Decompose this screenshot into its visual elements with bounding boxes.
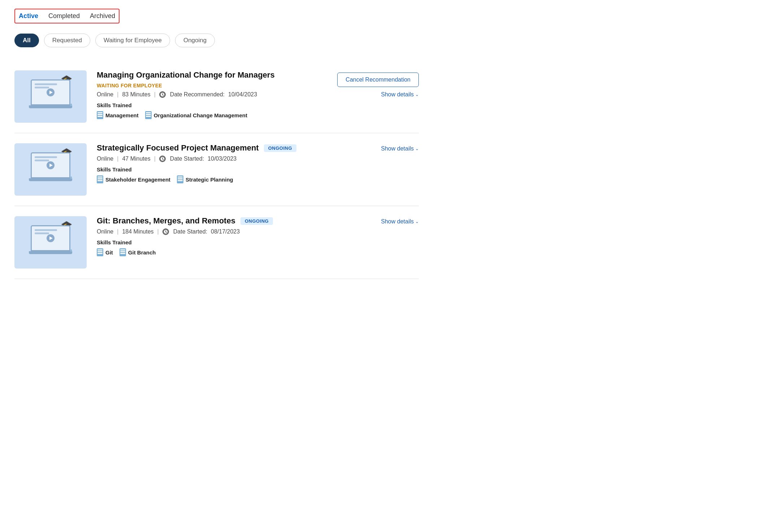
- svg-line-5: [162, 159, 164, 160]
- skill-icon-line: [146, 116, 151, 117]
- skill-name: Stakeholder Engagement: [105, 176, 170, 183]
- skill-icon-line: [97, 180, 103, 181]
- tab-completed[interactable]: Completed: [48, 11, 81, 21]
- course-title: Strategically Focused Project Management: [97, 143, 259, 153]
- skill-icon-line: [97, 114, 103, 115]
- skill-icon: [120, 248, 126, 256]
- course-details: Managing Organizational Change for Manag…: [97, 70, 327, 119]
- laptop-base: [29, 251, 72, 254]
- chevron-down-icon: ⌄: [415, 92, 419, 97]
- skill-icon: [145, 111, 152, 119]
- show-details-button[interactable]: Show details ⌄: [381, 145, 419, 152]
- course-date: 08/17/2023: [211, 228, 240, 235]
- laptop-screen: [31, 79, 70, 105]
- skill-item: Organizational Change Management: [145, 111, 247, 119]
- show-details-label: Show details: [381, 218, 414, 225]
- course-item: 🎓 ✦ ✦ Git: Branches, Merges, and Remotes: [14, 206, 419, 279]
- skill-icon-line: [146, 112, 151, 113]
- skill-icon-line: [97, 253, 103, 254]
- tabs-container: Active Completed Archived: [14, 9, 120, 23]
- skills-row: Stakeholder Engagement Strategic Plannin…: [97, 175, 329, 183]
- clock-icon: [159, 156, 166, 162]
- filter-waiting[interactable]: Waiting for Employee: [95, 34, 170, 47]
- laptop-base: [29, 178, 72, 181]
- skill-name: Git Branch: [128, 249, 156, 256]
- course-date: 10/04/2023: [228, 91, 257, 98]
- skill-item: Stakeholder Engagement: [97, 175, 170, 183]
- skill-icon-line: [178, 176, 183, 178]
- chevron-down-icon: ⌄: [415, 146, 419, 151]
- show-details-label: Show details: [381, 145, 414, 152]
- course-meta: Online | 47 Minutes | Date Started: 10/0…: [97, 156, 329, 162]
- skill-icon-line: [97, 176, 103, 178]
- course-actions: Cancel Recommendation Show details ⌄: [337, 70, 419, 98]
- filter-all[interactable]: All: [14, 34, 39, 47]
- skills-label: Skills Trained: [97, 239, 329, 245]
- status-badge-ongoing: ONGOING: [240, 217, 273, 225]
- course-thumbnail: 🎓 ✦ ✦: [14, 70, 87, 123]
- skill-icon-line: [178, 178, 183, 179]
- course-title-row: Strategically Focused Project Management…: [97, 143, 329, 153]
- show-details-button[interactable]: Show details ⌄: [381, 91, 419, 98]
- skill-icon-line: [97, 178, 103, 179]
- meta-sep-2: |: [157, 228, 159, 235]
- meta-sep-2: |: [154, 91, 156, 98]
- play-button-icon: [47, 234, 55, 242]
- course-format: Online: [97, 91, 113, 98]
- screen-line: [35, 83, 57, 85]
- course-duration: 83 Minutes: [122, 91, 150, 98]
- svg-line-2: [162, 95, 164, 96]
- skill-icon: [97, 111, 103, 119]
- skill-item: Git: [97, 248, 113, 256]
- skill-icon: [97, 175, 103, 183]
- skill-icon-line: [146, 114, 151, 115]
- course-title-row: Managing Organizational Change for Manag…: [97, 70, 327, 80]
- clock-icon: [159, 91, 166, 98]
- skill-item: Git Branch: [120, 248, 156, 256]
- course-details: Git: Branches, Merges, and Remotes ONGOI…: [97, 216, 329, 256]
- skill-name: Strategic Planning: [186, 176, 233, 183]
- screen-line: [35, 229, 57, 231]
- screen-line: [35, 156, 57, 158]
- course-meta: Online | 184 Minutes | Date Started: 08/…: [97, 228, 329, 235]
- skill-name: Organizational Change Management: [154, 112, 247, 118]
- screen-line: [35, 87, 49, 88]
- status-badge-waiting: WAITING FOR EMPLOYEE: [97, 83, 327, 88]
- skill-icon-line: [120, 253, 125, 254]
- course-date-label: Date Started:: [170, 156, 204, 162]
- course-date-label: Date Started:: [173, 228, 207, 235]
- tab-active[interactable]: Active: [18, 11, 39, 21]
- course-list: 🎓 ✦ ✦ Managing Organizational Change for: [14, 60, 419, 279]
- filter-requested[interactable]: Requested: [44, 34, 90, 47]
- play-triangle: [49, 236, 53, 240]
- course-title: Managing Organizational Change for Manag…: [97, 70, 275, 80]
- play-triangle: [49, 163, 53, 167]
- course-duration: 47 Minutes: [122, 156, 150, 162]
- laptop-screen: [31, 225, 70, 251]
- course-date: 10/03/2023: [208, 156, 236, 162]
- skill-icon: [97, 248, 103, 256]
- filters-row: All Requested Waiting for Employee Ongoi…: [14, 34, 419, 47]
- skill-icon-line: [120, 251, 125, 252]
- course-details: Strategically Focused Project Management…: [97, 143, 329, 183]
- course-duration: 184 Minutes: [122, 228, 153, 235]
- course-title-row: Git: Branches, Merges, and Remotes ONGOI…: [97, 216, 329, 226]
- course-title: Git: Branches, Merges, and Remotes: [97, 216, 235, 226]
- skills-row: Management Organizational Change Managem…: [97, 111, 327, 119]
- show-details-label: Show details: [381, 91, 414, 98]
- skills-row: Git Git Branch: [97, 248, 329, 256]
- laptop-base: [29, 105, 72, 108]
- screen-line: [35, 160, 49, 161]
- skill-icon-line: [120, 249, 125, 250]
- cancel-recommendation-button[interactable]: Cancel Recommendation: [337, 73, 419, 87]
- meta-sep: |: [117, 156, 118, 162]
- show-details-button[interactable]: Show details ⌄: [381, 218, 419, 225]
- tab-archived[interactable]: Archived: [89, 11, 116, 21]
- skills-label: Skills Trained: [97, 166, 329, 173]
- skill-name: Management: [105, 112, 139, 118]
- skill-name: Git: [105, 249, 113, 256]
- status-badge-ongoing: ONGOING: [264, 144, 296, 152]
- filter-ongoing[interactable]: Ongoing: [175, 34, 215, 47]
- meta-sep-2: |: [154, 156, 156, 162]
- skill-item: Management: [97, 111, 139, 119]
